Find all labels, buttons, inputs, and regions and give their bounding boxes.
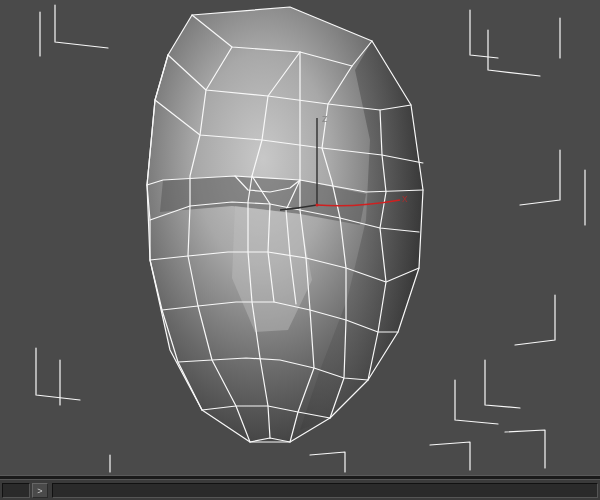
perspective-viewport[interactable]: z x (0, 0, 600, 475)
status-bar: > (0, 479, 600, 500)
axis-label-x: x (402, 192, 408, 204)
chevron-right-icon: > (37, 486, 42, 496)
transform-gizmo[interactable] (0, 0, 600, 475)
coordinate-readout[interactable] (52, 483, 598, 498)
frame-number-field[interactable] (2, 483, 30, 498)
axis-label-z: z (322, 112, 328, 124)
svg-point-5 (316, 204, 319, 207)
step-forward-button[interactable]: > (32, 483, 48, 498)
